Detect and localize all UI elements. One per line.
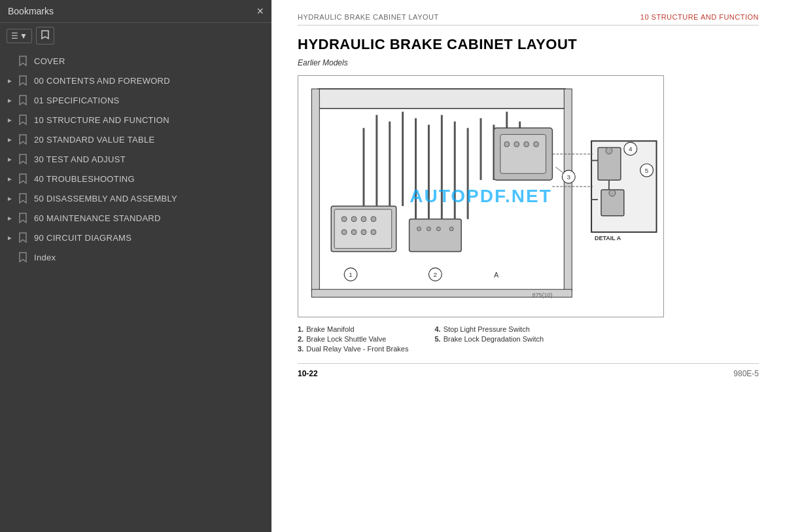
page-number: 10-22 [298,369,318,378]
expand-arrow-test: ► [7,156,16,163]
sidebar-item-maintenance[interactable]: ► 60 MAINTENANCE STANDARD [0,208,271,228]
svg-point-11 [341,230,347,235]
page-header: HYDRAULIC BRAKE CABINET LAYOUT 10 STRUCT… [298,13,759,26]
legend-num-2: 2. [298,335,304,343]
svg-rect-3 [564,89,572,291]
sidebar-item-standard[interactable]: ► 20 STANDARD VALUE TABLE [0,130,271,149]
bookmark-flag-icon-disassembly [18,192,29,204]
sidebar-item-label-maintenance: 60 MAINTENANCE STANDARD [34,213,161,223]
svg-point-41 [514,141,519,147]
svg-rect-6 [334,209,392,249]
svg-rect-2 [311,89,319,291]
bookmark-flag-icon [18,55,29,67]
list-view-button[interactable]: ☰ ▼ [7,29,32,43]
sidebar-item-label-index: Index [34,253,56,262]
svg-point-20 [436,227,440,231]
sidebar-item-circuit[interactable]: ► 90 CIRCUIT DIAGRAMS [0,228,271,247]
legend-num-4: 4. [435,325,441,333]
svg-point-18 [417,227,421,231]
svg-point-52 [609,190,616,196]
list-icon: ☰ [11,31,18,41]
svg-point-19 [427,227,430,231]
expand-placeholder [7,58,16,65]
expand-arrow-maintenance: ► [7,215,16,222]
sidebar-item-label-contents: 00 CONTENTS AND FOREWORD [34,76,170,86]
sidebar-item-label-test: 30 TEST AND ADJUST [34,154,126,164]
page-footer: 10-22 980E-5 [298,363,759,378]
expand-arrow-disassembly: ► [7,195,16,202]
svg-point-10 [371,217,376,222]
legend-text-1: Brake Manifold [306,325,354,333]
sidebar-item-label-troubleshoot: 40 TROUBLESHOOTING [34,174,135,184]
legend-text-5: Brake Lock Degradation Switch [444,335,544,343]
svg-point-43 [534,141,539,147]
bookmark-flag-icon-standard [18,133,29,145]
sidebar-item-test[interactable]: ► 30 TEST AND ADJUST [0,149,271,169]
legend-num-1: 1. [298,325,304,333]
svg-rect-1 [318,89,565,109]
close-button[interactable]: × [256,5,264,17]
document-number: 980E-5 [733,369,759,378]
svg-point-50 [606,147,612,154]
bookmark-flag-icon-troubleshoot [18,173,29,185]
bookmark-list: COVER ► 00 CONTENTS AND FOREWORD ► 01 SP… [0,48,271,532]
document-title: HYDRAULIC BRAKE CABINET LAYOUT [298,36,759,53]
svg-point-14 [371,230,376,235]
expand-arrow-structure: ► [7,116,16,124]
bookmark-flag-icon-maintenance [18,212,29,224]
sidebar-item-label-cover: COVER [34,56,65,66]
legend-num-3: 3. [298,345,304,353]
sidebar-item-contents[interactable]: ► 00 CONTENTS AND FOREWORD [0,71,271,90]
legend-item-3: 3. Dual Relay Valve - Front Brakes [298,345,409,353]
header-right: 10 STRUCTURE AND FUNCTION [640,13,759,21]
svg-rect-17 [410,219,462,252]
bookmark-button[interactable] [36,27,54,44]
sidebar-toolbar: ☰ ▼ [0,23,271,48]
legend-item-1: 1. Brake Manifold [298,325,409,333]
legend-num-5: 5. [435,335,441,343]
bookmark-flag-icon-specs [18,94,29,106]
sidebar-item-disassembly[interactable]: ► 50 DISASSEMBLY AND ASSEMBLY [0,188,271,208]
sidebar-item-cover[interactable]: COVER [0,51,271,71]
svg-text:A: A [494,271,499,279]
legend-item-4: 4. Stop Light Pressure Switch [435,325,544,333]
svg-text:5: 5 [645,167,649,174]
expand-arrow-specs: ► [7,97,16,104]
diagram-svg: 1 2 [298,76,663,317]
main-content: HYDRAULIC BRAKE CABINET LAYOUT 10 STRUCT… [271,0,785,532]
svg-point-21 [449,227,453,231]
expand-placeholder-index [7,254,16,261]
sidebar: Bookmarks × ☰ ▼ COVER [0,0,271,532]
bookmark-flag-icon-circuit [18,232,29,243]
svg-text:2: 2 [434,271,438,278]
svg-point-42 [524,141,529,147]
sidebar-item-label-circuit: 90 CIRCUIT DIAGRAMS [34,233,131,243]
svg-point-8 [351,217,357,222]
document-subtitle: Earlier Models [298,58,759,67]
sidebar-item-index[interactable]: Index [0,247,271,267]
svg-rect-39 [500,135,546,174]
dropdown-arrow-icon: ▼ [20,31,27,41]
legend-text-2: Brake Lock Shuttle Valve [306,335,386,343]
sidebar-item-structure[interactable]: ► 10 STRUCTURE AND FUNCTION [0,110,271,130]
bookmark-icon-btn [41,29,50,42]
sidebar-header: Bookmarks × [0,0,271,23]
sidebar-item-label-structure: 10 STRUCTURE AND FUNCTION [34,115,169,125]
legend-col-left: 1. Brake Manifold 2. Brake Lock Shuttle … [298,325,409,353]
legend-container: 1. Brake Manifold 2. Brake Lock Shuttle … [298,325,759,353]
svg-text:3: 3 [567,173,571,181]
expand-arrow-standard: ► [7,136,16,143]
legend-text-3: Dual Relay Valve - Front Brakes [306,345,408,353]
legend-item-5: 5. Brake Lock Degradation Switch [435,335,544,343]
sidebar-item-troubleshoot[interactable]: ► 40 TROUBLESHOOTING [0,169,271,188]
bookmark-flag-icon-structure [18,114,29,126]
expand-arrow-circuit: ► [7,234,16,241]
sidebar-item-specs[interactable]: ► 01 SPECIFICATIONS [0,90,271,110]
svg-text:4: 4 [629,145,633,152]
svg-line-46 [555,167,564,173]
bookmark-flag-icon-index [18,251,29,263]
svg-point-12 [351,230,357,235]
svg-point-13 [361,230,366,235]
sidebar-item-label-disassembly: 50 DISASSEMBLY AND ASSEMBLY [34,194,177,204]
header-left: HYDRAULIC BRAKE CABINET LAYOUT [298,13,439,21]
